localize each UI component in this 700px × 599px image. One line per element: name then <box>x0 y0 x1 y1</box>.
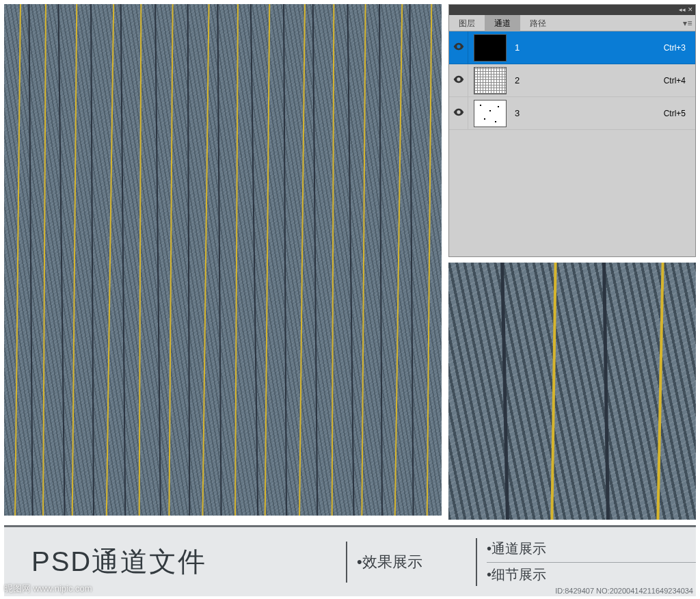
channel-thumbnail <box>474 34 507 62</box>
eye-icon <box>453 75 464 85</box>
main-texture-preview <box>4 4 442 516</box>
channel-name: 2 <box>512 75 664 85</box>
tab-channels[interactable]: 通道 <box>485 15 520 31</box>
info-band: PSD通道文件 •效果展示 •通道展示 •细节展示 <box>4 525 696 596</box>
info-title: PSD通道文件 <box>4 543 346 581</box>
channel-shortcut: Ctrl+3 <box>664 43 695 53</box>
channel-row[interactable]: 1 Ctrl+3 <box>449 31 695 64</box>
tab-paths[interactable]: 路径 <box>520 15 556 31</box>
tab-layers[interactable]: 图层 <box>449 15 485 31</box>
info-right-1: •通道展示 <box>487 540 696 558</box>
watermark-source: 昵图网 www.nipic.com <box>4 583 92 595</box>
channel-row[interactable]: 2 Ctrl+4 <box>449 64 695 97</box>
collapse-icon[interactable]: ◂◂ <box>679 8 684 12</box>
channel-name: 3 <box>512 108 664 118</box>
eye-icon <box>453 42 464 53</box>
eye-icon <box>453 108 464 118</box>
channel-shortcut: Ctrl+4 <box>664 76 695 85</box>
detail-texture-preview <box>448 263 696 520</box>
close-icon[interactable]: ✕ <box>688 8 692 12</box>
channel-shortcut: Ctrl+5 <box>664 109 695 118</box>
channels-panel: ◂◂ ✕ 图层 通道 路径 ▾≡ 1 <box>448 4 696 257</box>
watermark-id: ID:8429407 NO:20200414211649234034 <box>555 587 693 595</box>
channel-row[interactable]: 3 Ctrl+5 <box>449 97 695 130</box>
visibility-toggle[interactable] <box>449 97 468 129</box>
panel-menu-icon[interactable]: ▾≡ <box>683 18 695 28</box>
info-right-2: •细节展示 <box>487 562 696 584</box>
channel-name: 1 <box>512 42 664 53</box>
channel-thumbnail <box>474 100 507 127</box>
channel-thumbnail <box>474 67 507 94</box>
panel-titlebar: ◂◂ ✕ <box>449 5 695 15</box>
visibility-toggle[interactable] <box>449 31 468 64</box>
visibility-toggle[interactable] <box>449 64 468 96</box>
channel-list: 1 Ctrl+3 2 Ctrl+4 <box>449 31 695 256</box>
info-mid: •效果展示 <box>346 542 476 583</box>
panel-tabs: 图层 通道 路径 ▾≡ <box>449 15 695 31</box>
